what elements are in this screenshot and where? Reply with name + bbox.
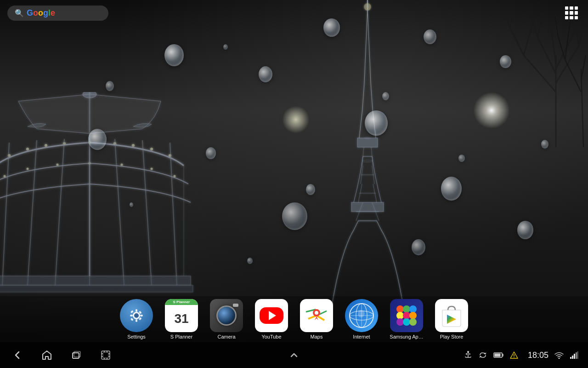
calendar-day: 31 — [165, 305, 198, 332]
svg-point-23 — [121, 164, 123, 166]
nav-left-buttons — [9, 347, 114, 363]
google-search-bar[interactable]: 🔍 Google — [7, 6, 108, 21]
carousel — [0, 92, 198, 299]
svg-line-27 — [28, 140, 37, 285]
internet-label: Internet — [353, 334, 370, 339]
svg-line-54 — [581, 55, 586, 80]
svg-point-78 — [403, 305, 410, 313]
calendar-header: S Planner — [165, 299, 198, 305]
maps-icon-img — [300, 299, 333, 332]
app-icon-settings[interactable]: Settings — [116, 299, 157, 339]
svg-line-37 — [524, 55, 556, 92]
status-bar: 18:05 — [464, 347, 579, 363]
wifi-icon — [554, 347, 564, 363]
svg-point-7 — [362, 159, 373, 163]
app-icon-splanner[interactable]: S Planner 31 S Planner — [161, 299, 202, 339]
samsung-icon-img — [390, 299, 423, 332]
svg-line-42 — [510, 28, 524, 55]
svg-point-16 — [132, 144, 135, 147]
svg-point-60 — [134, 313, 139, 318]
svg-rect-89 — [103, 352, 108, 358]
home-button[interactable] — [39, 347, 55, 363]
svg-point-82 — [409, 312, 417, 319]
app-icon-youtube[interactable]: YouTube — [251, 299, 292, 339]
eiffel-tower — [276, 0, 459, 313]
svg-rect-100 — [469, 353, 470, 355]
svg-point-105 — [559, 358, 560, 359]
camera-label: Camera — [217, 334, 235, 339]
svg-point-20 — [27, 168, 29, 170]
nav-up-button[interactable] — [283, 347, 305, 363]
svg-rect-61 — [136, 309, 137, 312]
usb-icon — [464, 347, 473, 363]
svg-point-81 — [403, 312, 410, 319]
app-dock: Settings S Planner 31 S Planner Camera Y… — [0, 296, 588, 342]
svg-line-26 — [2, 143, 9, 285]
navigation-bar: 18:05 — [0, 342, 588, 368]
svg-rect-63 — [130, 315, 133, 316]
svg-point-85 — [409, 318, 417, 326]
all-apps-button[interactable] — [562, 4, 581, 22]
svg-point-84 — [403, 318, 410, 326]
settings-label: Settings — [127, 334, 146, 339]
svg-line-53 — [565, 60, 581, 92]
svg-rect-33 — [0, 276, 191, 285]
svg-point-21 — [57, 164, 59, 166]
svg-point-24 — [151, 168, 153, 170]
svg-point-12 — [45, 144, 47, 147]
svg-line-43 — [524, 23, 533, 55]
back-button[interactable] — [9, 347, 26, 363]
svg-point-104 — [514, 357, 514, 358]
app-icon-playstore[interactable]: Play Store — [431, 299, 472, 339]
svg-line-52 — [581, 69, 583, 147]
svg-point-8 — [364, 137, 371, 139]
splanner-label: S Planner — [170, 334, 192, 339]
svg-point-17 — [150, 148, 153, 150]
svg-point-25 — [174, 175, 176, 178]
search-icon: 🔍 — [15, 9, 24, 17]
svg-line-41 — [551, 28, 556, 64]
app-icon-camera[interactable]: Camera — [206, 299, 247, 339]
youtube-icon-img — [255, 299, 288, 332]
recent-apps-button[interactable] — [68, 347, 85, 363]
svg-rect-86 — [73, 353, 79, 358]
status-time: 18:05 — [528, 351, 548, 360]
svg-rect-109 — [576, 352, 577, 359]
svg-rect-108 — [574, 354, 575, 359]
svg-rect-65 — [130, 310, 134, 313]
app-icon-internet[interactable]: Internet — [341, 299, 382, 339]
svg-line-56 — [565, 32, 569, 60]
battery-icon — [493, 347, 504, 363]
app-icon-samsung[interactable]: Samsung Ap… — [386, 299, 427, 339]
svg-point-83 — [396, 318, 404, 326]
svg-rect-34 — [0, 285, 193, 292]
svg-point-19 — [4, 175, 6, 178]
svg-point-98 — [467, 351, 469, 353]
sync-icon — [478, 347, 487, 363]
svg-rect-106 — [570, 357, 571, 359]
svg-point-77 — [396, 305, 404, 313]
svg-rect-67 — [130, 318, 134, 321]
youtube-label: YouTube — [261, 334, 281, 339]
settings-icon-img — [120, 299, 153, 332]
splanner-icon-img: S Planner 31 — [165, 299, 198, 332]
svg-point-79 — [409, 305, 417, 313]
playstore-icon-img — [435, 299, 468, 332]
maps-label: Maps — [311, 334, 323, 339]
svg-point-71 — [315, 311, 318, 315]
svg-point-80 — [396, 312, 404, 319]
app-icon-maps[interactable]: Maps — [296, 299, 337, 339]
google-logo: Google — [27, 8, 55, 18]
svg-point-11 — [26, 148, 29, 150]
camera-icon-img — [210, 299, 243, 332]
screenshot-button[interactable] — [97, 347, 114, 363]
svg-rect-110 — [577, 351, 578, 359]
top-bar: 🔍 Google — [0, 0, 588, 26]
svg-line-32 — [170, 143, 177, 285]
internet-icon-img — [345, 299, 378, 332]
svg-line-30 — [115, 139, 124, 285]
svg-line-28 — [55, 139, 64, 285]
svg-line-31 — [142, 140, 152, 285]
svg-rect-0 — [351, 202, 384, 212]
svg-rect-62 — [136, 319, 137, 322]
